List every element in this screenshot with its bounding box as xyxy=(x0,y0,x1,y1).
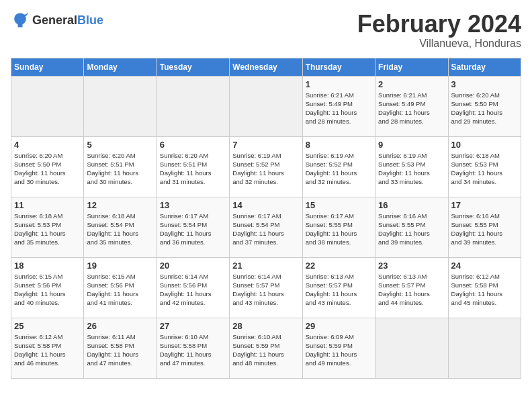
calendar-cell: 18Sunrise: 6:15 AMSunset: 5:56 PMDayligh… xyxy=(11,257,84,318)
calendar-cell: 2Sunrise: 6:21 AMSunset: 5:49 PMDaylight… xyxy=(375,76,448,136)
day-info: Sunrise: 6:16 AMSunset: 5:55 PMDaylight:… xyxy=(378,212,445,247)
col-header-saturday: Saturday xyxy=(448,58,521,76)
day-info: Sunrise: 6:20 AMSunset: 5:50 PMDaylight:… xyxy=(451,91,518,126)
day-number: 9 xyxy=(378,140,445,150)
day-info: Sunrise: 6:09 AMSunset: 5:59 PMDaylight:… xyxy=(306,332,372,368)
day-number: 27 xyxy=(160,321,226,331)
logo-text: General Blue xyxy=(32,14,103,26)
day-info: Sunrise: 6:18 AMSunset: 5:54 PMDaylight:… xyxy=(87,212,153,247)
month-title: February 2024 xyxy=(357,11,521,38)
calendar-cell: 3Sunrise: 6:20 AMSunset: 5:50 PMDaylight… xyxy=(448,76,521,136)
calendar-cell xyxy=(157,76,229,136)
day-info: Sunrise: 6:20 AMSunset: 5:51 PMDaylight:… xyxy=(87,151,153,187)
day-info: Sunrise: 6:17 AMSunset: 5:54 PMDaylight:… xyxy=(160,212,226,247)
calendar-cell: 8Sunrise: 6:19 AMSunset: 5:52 PMDaylight… xyxy=(302,136,375,197)
calendar-cell: 1Sunrise: 6:21 AMSunset: 5:49 PMDaylight… xyxy=(302,76,375,136)
day-number: 8 xyxy=(306,140,372,150)
col-header-thursday: Thursday xyxy=(302,58,375,76)
day-info: Sunrise: 6:17 AMSunset: 5:54 PMDaylight:… xyxy=(232,212,299,247)
day-number: 2 xyxy=(378,79,445,89)
day-number: 17 xyxy=(451,200,518,210)
calendar-cell: 12Sunrise: 6:18 AMSunset: 5:54 PMDayligh… xyxy=(84,197,157,257)
day-number: 3 xyxy=(451,79,518,89)
calendar-cell xyxy=(230,76,302,136)
calendar-cell: 15Sunrise: 6:17 AMSunset: 5:55 PMDayligh… xyxy=(302,197,375,257)
calendar-week-row: 4Sunrise: 6:20 AMSunset: 5:50 PMDaylight… xyxy=(11,136,521,197)
calendar-cell: 27Sunrise: 6:10 AMSunset: 5:58 PMDayligh… xyxy=(157,318,229,378)
day-number: 25 xyxy=(14,321,81,331)
day-number: 10 xyxy=(451,140,518,150)
calendar-cell: 19Sunrise: 6:15 AMSunset: 5:56 PMDayligh… xyxy=(84,257,157,318)
day-number: 6 xyxy=(160,140,226,150)
day-number: 21 xyxy=(232,261,299,271)
day-info: Sunrise: 6:19 AMSunset: 5:52 PMDaylight:… xyxy=(232,151,299,187)
day-info: Sunrise: 6:12 AMSunset: 5:58 PMDaylight:… xyxy=(14,332,81,368)
calendar-cell: 21Sunrise: 6:14 AMSunset: 5:57 PMDayligh… xyxy=(230,257,302,318)
calendar-cell xyxy=(375,318,448,378)
calendar-cell: 25Sunrise: 6:12 AMSunset: 5:58 PMDayligh… xyxy=(11,318,84,378)
day-info: Sunrise: 6:20 AMSunset: 5:51 PMDaylight:… xyxy=(160,151,226,187)
day-info: Sunrise: 6:13 AMSunset: 5:57 PMDaylight:… xyxy=(306,272,372,308)
day-number: 26 xyxy=(87,321,153,331)
calendar-cell: 11Sunrise: 6:18 AMSunset: 5:53 PMDayligh… xyxy=(11,197,84,257)
col-header-sunday: Sunday xyxy=(11,58,84,76)
calendar-header-row: SundayMondayTuesdayWednesdayThursdayFrid… xyxy=(11,58,521,76)
day-number: 18 xyxy=(14,261,81,271)
location-subtitle: Villanueva, Honduras xyxy=(357,38,521,50)
day-info: Sunrise: 6:10 AMSunset: 5:58 PMDaylight:… xyxy=(160,332,226,368)
day-number: 20 xyxy=(160,261,226,271)
day-number: 5 xyxy=(87,140,153,150)
calendar-cell: 5Sunrise: 6:20 AMSunset: 5:51 PMDaylight… xyxy=(84,136,157,197)
calendar-cell xyxy=(11,76,84,136)
day-info: Sunrise: 6:17 AMSunset: 5:55 PMDaylight:… xyxy=(306,212,372,247)
page-header: General Blue February 2024 Villanueva, H… xyxy=(11,11,521,50)
day-number: 12 xyxy=(87,200,153,210)
title-area: February 2024 Villanueva, Honduras xyxy=(357,11,521,50)
day-info: Sunrise: 6:21 AMSunset: 5:49 PMDaylight:… xyxy=(306,91,372,126)
day-number: 22 xyxy=(306,261,372,271)
calendar-cell: 14Sunrise: 6:17 AMSunset: 5:54 PMDayligh… xyxy=(230,197,302,257)
day-number: 13 xyxy=(160,200,226,210)
day-number: 15 xyxy=(306,200,372,210)
calendar-cell: 4Sunrise: 6:20 AMSunset: 5:50 PMDaylight… xyxy=(11,136,84,197)
calendar-cell: 23Sunrise: 6:13 AMSunset: 5:57 PMDayligh… xyxy=(375,257,448,318)
day-number: 29 xyxy=(306,321,372,331)
logo-icon xyxy=(11,11,30,30)
calendar-week-row: 18Sunrise: 6:15 AMSunset: 5:56 PMDayligh… xyxy=(11,257,521,318)
calendar-cell: 28Sunrise: 6:10 AMSunset: 5:59 PMDayligh… xyxy=(230,318,302,378)
col-header-tuesday: Tuesday xyxy=(157,58,229,76)
day-info: Sunrise: 6:11 AMSunset: 5:58 PMDaylight:… xyxy=(87,332,153,368)
day-info: Sunrise: 6:14 AMSunset: 5:57 PMDaylight:… xyxy=(232,272,299,308)
day-number: 19 xyxy=(87,261,153,271)
day-info: Sunrise: 6:14 AMSunset: 5:56 PMDaylight:… xyxy=(160,272,226,308)
calendar-table: SundayMondayTuesdayWednesdayThursdayFrid… xyxy=(11,58,521,379)
calendar-week-row: 1Sunrise: 6:21 AMSunset: 5:49 PMDaylight… xyxy=(11,76,521,136)
day-info: Sunrise: 6:21 AMSunset: 5:49 PMDaylight:… xyxy=(378,91,445,126)
day-info: Sunrise: 6:18 AMSunset: 5:53 PMDaylight:… xyxy=(451,151,518,187)
day-number: 14 xyxy=(232,200,299,210)
col-header-monday: Monday xyxy=(84,58,157,76)
logo-general: General xyxy=(32,14,77,26)
day-number: 28 xyxy=(232,321,299,331)
day-number: 24 xyxy=(451,261,518,271)
calendar-cell: 16Sunrise: 6:16 AMSunset: 5:55 PMDayligh… xyxy=(375,197,448,257)
calendar-cell: 22Sunrise: 6:13 AMSunset: 5:57 PMDayligh… xyxy=(302,257,375,318)
calendar-cell: 6Sunrise: 6:20 AMSunset: 5:51 PMDaylight… xyxy=(157,136,229,197)
calendar-cell: 10Sunrise: 6:18 AMSunset: 5:53 PMDayligh… xyxy=(448,136,521,197)
day-number: 4 xyxy=(14,140,81,150)
day-number: 16 xyxy=(378,200,445,210)
day-info: Sunrise: 6:15 AMSunset: 5:56 PMDaylight:… xyxy=(87,272,153,308)
day-info: Sunrise: 6:20 AMSunset: 5:50 PMDaylight:… xyxy=(14,151,81,187)
calendar-cell xyxy=(84,76,157,136)
calendar-cell: 20Sunrise: 6:14 AMSunset: 5:56 PMDayligh… xyxy=(157,257,229,318)
day-info: Sunrise: 6:15 AMSunset: 5:56 PMDaylight:… xyxy=(14,272,81,308)
calendar-cell: 24Sunrise: 6:12 AMSunset: 5:58 PMDayligh… xyxy=(448,257,521,318)
day-info: Sunrise: 6:10 AMSunset: 5:59 PMDaylight:… xyxy=(232,332,299,368)
day-info: Sunrise: 6:19 AMSunset: 5:53 PMDaylight:… xyxy=(378,151,445,187)
day-info: Sunrise: 6:19 AMSunset: 5:52 PMDaylight:… xyxy=(306,151,372,187)
calendar-cell: 9Sunrise: 6:19 AMSunset: 5:53 PMDaylight… xyxy=(375,136,448,197)
col-header-wednesday: Wednesday xyxy=(230,58,302,76)
calendar-cell: 29Sunrise: 6:09 AMSunset: 5:59 PMDayligh… xyxy=(302,318,375,378)
calendar-cell xyxy=(448,318,521,378)
calendar-cell: 26Sunrise: 6:11 AMSunset: 5:58 PMDayligh… xyxy=(84,318,157,378)
